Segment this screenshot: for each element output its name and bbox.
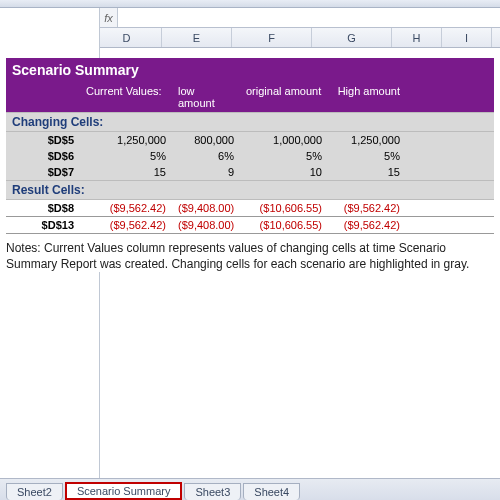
col-header[interactable]: I bbox=[442, 28, 492, 47]
result-cells-header: Result Cells: bbox=[6, 180, 494, 200]
val-current: ($9,562.42) bbox=[80, 200, 172, 216]
tab-sheet4[interactable]: Sheet4 bbox=[243, 483, 300, 500]
col-header[interactable]: F bbox=[232, 28, 312, 47]
scenario-summary-block: Scenario Summary Current Values: low amo… bbox=[6, 58, 494, 234]
val-orig: 10 bbox=[240, 164, 328, 180]
cell-ref: $D$13 bbox=[6, 217, 80, 233]
summary-notes: Notes: Current Values column represents … bbox=[6, 240, 494, 272]
ribbon-strip bbox=[0, 0, 500, 8]
fx-icon[interactable]: fx bbox=[100, 8, 118, 27]
val-high: 1,250,000 bbox=[328, 132, 406, 148]
val-current: 1,250,000 bbox=[80, 132, 172, 148]
summary-title: Scenario Summary bbox=[6, 58, 494, 82]
changing-row: $D$5 1,250,000 800,000 1,000,000 1,250,0… bbox=[6, 132, 494, 148]
cell-ref: $D$7 bbox=[6, 164, 80, 180]
val-high: ($9,562.42) bbox=[328, 200, 406, 216]
summary-column-headers: Current Values: low amount original amou… bbox=[6, 82, 494, 112]
col-header[interactable]: D bbox=[92, 28, 162, 47]
sheet-tab-bar: Sheet2 Scenario Summary Sheet3 Sheet4 bbox=[0, 478, 500, 500]
val-high: ($9,562.42) bbox=[328, 217, 406, 233]
val-orig: 5% bbox=[240, 148, 328, 164]
val-high: 15 bbox=[328, 164, 406, 180]
val-low: 6% bbox=[172, 148, 240, 164]
changing-row: $D$6 5% 6% 5% 5% bbox=[6, 148, 494, 164]
val-current: 15 bbox=[80, 164, 172, 180]
tab-sheet2[interactable]: Sheet2 bbox=[6, 483, 63, 500]
val-orig: 1,000,000 bbox=[240, 132, 328, 148]
changing-row: $D$7 15 9 10 15 bbox=[6, 164, 494, 180]
val-low: 800,000 bbox=[172, 132, 240, 148]
col-header[interactable]: H bbox=[392, 28, 442, 47]
val-low: ($9,408.00) bbox=[172, 217, 240, 233]
cell-ref: $D$8 bbox=[6, 200, 80, 216]
val-current: ($9,562.42) bbox=[80, 217, 172, 233]
val-low: 9 bbox=[172, 164, 240, 180]
val-orig: ($10,606.55) bbox=[240, 200, 328, 216]
cell-ref: $D$6 bbox=[6, 148, 80, 164]
formula-input[interactable] bbox=[118, 8, 500, 27]
result-row: $D$8 ($9,562.42) ($9,408.00) ($10,606.55… bbox=[6, 200, 494, 216]
hdr-high: High amount bbox=[328, 82, 406, 112]
tab-sheet3[interactable]: Sheet3 bbox=[184, 483, 241, 500]
col-header[interactable]: G bbox=[312, 28, 392, 47]
result-row: $D$13 ($9,562.42) ($9,408.00) ($10,606.5… bbox=[6, 216, 494, 234]
val-high: 5% bbox=[328, 148, 406, 164]
formula-bar: fx bbox=[0, 8, 500, 28]
val-orig: ($10,606.55) bbox=[240, 217, 328, 233]
changing-cells-header: Changing Cells: bbox=[6, 112, 494, 132]
hdr-low: low amount bbox=[172, 82, 240, 112]
cell-ref: $D$5 bbox=[6, 132, 80, 148]
col-header[interactable]: E bbox=[162, 28, 232, 47]
hdr-current: Current Values: bbox=[80, 82, 172, 112]
tab-scenario-summary[interactable]: Scenario Summary bbox=[65, 482, 183, 500]
val-current: 5% bbox=[80, 148, 172, 164]
val-low: ($9,408.00) bbox=[172, 200, 240, 216]
hdr-original: original amount bbox=[240, 82, 328, 112]
worksheet-grid[interactable]: Scenario Summary Current Values: low amo… bbox=[0, 58, 500, 272]
